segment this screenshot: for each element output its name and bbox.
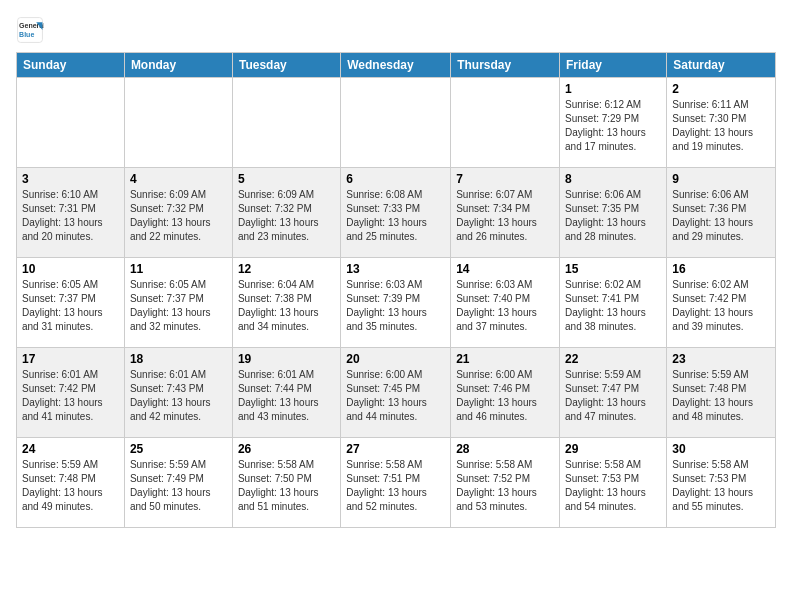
day-cell: 23Sunrise: 5:59 AM Sunset: 7:48 PM Dayli…	[667, 348, 776, 438]
day-info: Sunrise: 5:58 AM Sunset: 7:51 PM Dayligh…	[346, 458, 445, 514]
day-number: 24	[22, 442, 119, 456]
day-number: 28	[456, 442, 554, 456]
day-number: 3	[22, 172, 119, 186]
day-cell: 27Sunrise: 5:58 AM Sunset: 7:51 PM Dayli…	[341, 438, 451, 528]
day-number: 20	[346, 352, 445, 366]
day-info: Sunrise: 6:00 AM Sunset: 7:45 PM Dayligh…	[346, 368, 445, 424]
day-info: Sunrise: 6:12 AM Sunset: 7:29 PM Dayligh…	[565, 98, 661, 154]
day-number: 19	[238, 352, 335, 366]
day-number: 9	[672, 172, 770, 186]
day-info: Sunrise: 6:01 AM Sunset: 7:44 PM Dayligh…	[238, 368, 335, 424]
weekday-header-wednesday: Wednesday	[341, 53, 451, 78]
week-row-5: 24Sunrise: 5:59 AM Sunset: 7:48 PM Dayli…	[17, 438, 776, 528]
weekday-header-sunday: Sunday	[17, 53, 125, 78]
weekday-header-saturday: Saturday	[667, 53, 776, 78]
week-row-3: 10Sunrise: 6:05 AM Sunset: 7:37 PM Dayli…	[17, 258, 776, 348]
day-info: Sunrise: 6:05 AM Sunset: 7:37 PM Dayligh…	[22, 278, 119, 334]
day-cell	[341, 78, 451, 168]
day-info: Sunrise: 5:58 AM Sunset: 7:53 PM Dayligh…	[565, 458, 661, 514]
day-cell: 24Sunrise: 5:59 AM Sunset: 7:48 PM Dayli…	[17, 438, 125, 528]
day-number: 21	[456, 352, 554, 366]
day-info: Sunrise: 6:09 AM Sunset: 7:32 PM Dayligh…	[130, 188, 227, 244]
week-row-1: 1Sunrise: 6:12 AM Sunset: 7:29 PM Daylig…	[17, 78, 776, 168]
day-number: 2	[672, 82, 770, 96]
day-cell: 13Sunrise: 6:03 AM Sunset: 7:39 PM Dayli…	[341, 258, 451, 348]
day-cell	[451, 78, 560, 168]
day-number: 23	[672, 352, 770, 366]
day-number: 22	[565, 352, 661, 366]
day-cell: 5Sunrise: 6:09 AM Sunset: 7:32 PM Daylig…	[232, 168, 340, 258]
day-cell: 10Sunrise: 6:05 AM Sunset: 7:37 PM Dayli…	[17, 258, 125, 348]
calendar-table: SundayMondayTuesdayWednesdayThursdayFrid…	[16, 52, 776, 528]
day-cell: 26Sunrise: 5:58 AM Sunset: 7:50 PM Dayli…	[232, 438, 340, 528]
day-info: Sunrise: 6:10 AM Sunset: 7:31 PM Dayligh…	[22, 188, 119, 244]
day-info: Sunrise: 6:00 AM Sunset: 7:46 PM Dayligh…	[456, 368, 554, 424]
logo-icon: General Blue	[16, 16, 44, 44]
day-info: Sunrise: 6:05 AM Sunset: 7:37 PM Dayligh…	[130, 278, 227, 334]
day-info: Sunrise: 6:01 AM Sunset: 7:43 PM Dayligh…	[130, 368, 227, 424]
day-cell: 8Sunrise: 6:06 AM Sunset: 7:35 PM Daylig…	[560, 168, 667, 258]
day-cell	[124, 78, 232, 168]
weekday-header-monday: Monday	[124, 53, 232, 78]
day-info: Sunrise: 5:59 AM Sunset: 7:49 PM Dayligh…	[130, 458, 227, 514]
day-info: Sunrise: 6:06 AM Sunset: 7:35 PM Dayligh…	[565, 188, 661, 244]
day-number: 30	[672, 442, 770, 456]
day-info: Sunrise: 6:02 AM Sunset: 7:42 PM Dayligh…	[672, 278, 770, 334]
day-cell: 12Sunrise: 6:04 AM Sunset: 7:38 PM Dayli…	[232, 258, 340, 348]
day-number: 4	[130, 172, 227, 186]
day-info: Sunrise: 6:07 AM Sunset: 7:34 PM Dayligh…	[456, 188, 554, 244]
day-number: 10	[22, 262, 119, 276]
day-info: Sunrise: 6:11 AM Sunset: 7:30 PM Dayligh…	[672, 98, 770, 154]
day-info: Sunrise: 6:03 AM Sunset: 7:40 PM Dayligh…	[456, 278, 554, 334]
day-info: Sunrise: 5:59 AM Sunset: 7:48 PM Dayligh…	[22, 458, 119, 514]
day-info: Sunrise: 5:59 AM Sunset: 7:47 PM Dayligh…	[565, 368, 661, 424]
day-cell: 1Sunrise: 6:12 AM Sunset: 7:29 PM Daylig…	[560, 78, 667, 168]
logo: General Blue	[16, 16, 48, 44]
week-row-2: 3Sunrise: 6:10 AM Sunset: 7:31 PM Daylig…	[17, 168, 776, 258]
day-info: Sunrise: 6:03 AM Sunset: 7:39 PM Dayligh…	[346, 278, 445, 334]
day-info: Sunrise: 6:08 AM Sunset: 7:33 PM Dayligh…	[346, 188, 445, 244]
day-cell: 21Sunrise: 6:00 AM Sunset: 7:46 PM Dayli…	[451, 348, 560, 438]
day-number: 6	[346, 172, 445, 186]
day-info: Sunrise: 6:01 AM Sunset: 7:42 PM Dayligh…	[22, 368, 119, 424]
day-number: 29	[565, 442, 661, 456]
day-info: Sunrise: 6:02 AM Sunset: 7:41 PM Dayligh…	[565, 278, 661, 334]
day-cell: 11Sunrise: 6:05 AM Sunset: 7:37 PM Dayli…	[124, 258, 232, 348]
day-info: Sunrise: 5:58 AM Sunset: 7:50 PM Dayligh…	[238, 458, 335, 514]
day-cell: 29Sunrise: 5:58 AM Sunset: 7:53 PM Dayli…	[560, 438, 667, 528]
day-cell: 20Sunrise: 6:00 AM Sunset: 7:45 PM Dayli…	[341, 348, 451, 438]
day-cell: 28Sunrise: 5:58 AM Sunset: 7:52 PM Dayli…	[451, 438, 560, 528]
day-cell: 14Sunrise: 6:03 AM Sunset: 7:40 PM Dayli…	[451, 258, 560, 348]
day-cell: 30Sunrise: 5:58 AM Sunset: 7:53 PM Dayli…	[667, 438, 776, 528]
day-cell: 16Sunrise: 6:02 AM Sunset: 7:42 PM Dayli…	[667, 258, 776, 348]
day-cell: 2Sunrise: 6:11 AM Sunset: 7:30 PM Daylig…	[667, 78, 776, 168]
svg-text:Blue: Blue	[19, 31, 34, 38]
day-number: 5	[238, 172, 335, 186]
day-number: 7	[456, 172, 554, 186]
day-cell	[17, 78, 125, 168]
day-cell: 7Sunrise: 6:07 AM Sunset: 7:34 PM Daylig…	[451, 168, 560, 258]
day-number: 16	[672, 262, 770, 276]
day-info: Sunrise: 6:09 AM Sunset: 7:32 PM Dayligh…	[238, 188, 335, 244]
day-number: 8	[565, 172, 661, 186]
day-cell: 6Sunrise: 6:08 AM Sunset: 7:33 PM Daylig…	[341, 168, 451, 258]
day-number: 1	[565, 82, 661, 96]
day-number: 11	[130, 262, 227, 276]
day-cell: 3Sunrise: 6:10 AM Sunset: 7:31 PM Daylig…	[17, 168, 125, 258]
weekday-header-tuesday: Tuesday	[232, 53, 340, 78]
header: General Blue	[16, 16, 776, 44]
day-number: 26	[238, 442, 335, 456]
day-cell: 18Sunrise: 6:01 AM Sunset: 7:43 PM Dayli…	[124, 348, 232, 438]
weekday-header-row: SundayMondayTuesdayWednesdayThursdayFrid…	[17, 53, 776, 78]
day-number: 12	[238, 262, 335, 276]
weekday-header-friday: Friday	[560, 53, 667, 78]
day-number: 18	[130, 352, 227, 366]
day-number: 25	[130, 442, 227, 456]
day-number: 14	[456, 262, 554, 276]
day-cell: 15Sunrise: 6:02 AM Sunset: 7:41 PM Dayli…	[560, 258, 667, 348]
day-cell: 22Sunrise: 5:59 AM Sunset: 7:47 PM Dayli…	[560, 348, 667, 438]
week-row-4: 17Sunrise: 6:01 AM Sunset: 7:42 PM Dayli…	[17, 348, 776, 438]
day-cell: 19Sunrise: 6:01 AM Sunset: 7:44 PM Dayli…	[232, 348, 340, 438]
day-info: Sunrise: 5:58 AM Sunset: 7:53 PM Dayligh…	[672, 458, 770, 514]
day-cell: 4Sunrise: 6:09 AM Sunset: 7:32 PM Daylig…	[124, 168, 232, 258]
